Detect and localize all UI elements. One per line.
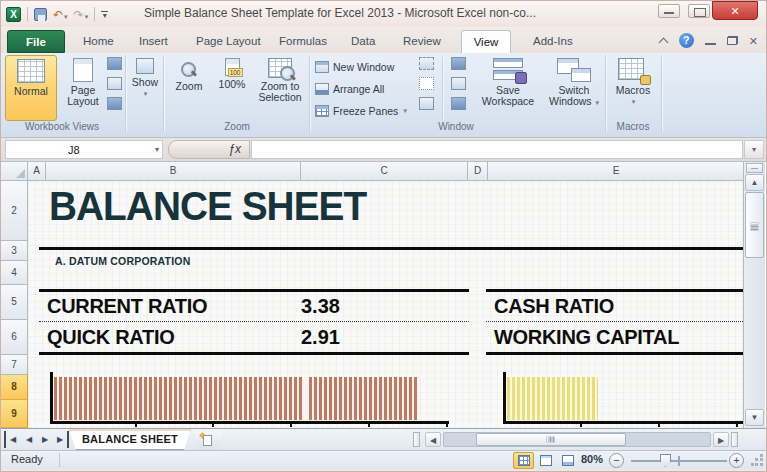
row-header-9[interactable]: 9 [1,400,28,428]
col-header-A[interactable]: A [28,162,46,181]
zoom-in-button[interactable]: + [729,453,744,468]
row-header-3[interactable]: 3 [1,241,28,261]
macros-button[interactable]: Macros ▾ [609,55,657,121]
sheet-tab-balance-sheet[interactable]: BALANCE SHEET [69,429,191,450]
formula-input[interactable] [251,140,743,159]
horizontal-scrollbar[interactable] [443,432,711,447]
zoom-level[interactable]: 80% [581,453,603,465]
tab-view[interactable]: View [461,30,511,53]
name-box-dropdown-icon[interactable]: ▾ [155,141,159,159]
resize-grip[interactable] [751,454,763,466]
row-header-2[interactable]: 2 [1,181,28,241]
help-icon[interactable]: ? [679,33,694,48]
minimize-ribbon-icon[interactable] [660,38,668,43]
save-workspace-button[interactable]: Save Workspace [471,55,545,121]
zoom-out-button[interactable]: − [609,453,624,468]
full-screen-icon[interactable] [107,97,122,110]
workbook-close-icon[interactable]: ✕ [749,35,758,47]
row-header-8[interactable]: 8 [1,375,28,400]
left-chart-bars[interactable] [54,377,418,420]
next-sheet-button[interactable]: ▶ [37,431,53,448]
zoom-slider-thumb[interactable] [660,454,671,467]
arrange-all-button[interactable]: Arrange All [315,79,384,98]
tab-formulas[interactable]: Formulas [269,30,337,53]
row-header-4[interactable]: 4 [1,261,28,285]
right-chart-bars[interactable] [507,377,598,420]
normal-view-status-button[interactable] [513,452,534,469]
row-header-6[interactable]: 6 [1,320,28,355]
insert-function-button[interactable]: ƒx [168,140,250,159]
page-break-preview-icon[interactable] [107,57,122,70]
synchronous-scrolling-icon[interactable] [451,77,466,90]
zoom-100-button[interactable]: 100 100% [213,55,251,121]
tab-add-ins[interactable]: Add-Ins [523,30,583,53]
tab-split-handle[interactable] [413,432,420,447]
select-all-corner[interactable] [1,162,28,181]
new-window-button[interactable]: New Window [315,57,394,76]
vertical-scrollbar[interactable]: — ▲ ▼ [743,162,765,428]
current-ratio-row[interactable]: CURRENT RATIO 3.38 [39,292,469,322]
undo-dropdown-icon[interactable]: ▾ [64,13,68,20]
previous-sheet-button[interactable]: ◀ [21,431,37,448]
split-handle[interactable]: — [746,163,763,173]
minimize-button[interactable] [658,4,680,18]
normal-view-button[interactable]: Normal [5,55,57,121]
col-header-B[interactable]: B [46,162,301,181]
switch-windows-button[interactable]: Switch Windows ▾ [547,55,601,121]
custom-views-icon[interactable] [107,77,122,90]
hide-icon[interactable] [419,77,434,90]
customize-qat-button[interactable]: ▾ [101,11,108,18]
tab-insert[interactable]: Insert [129,30,178,53]
excel-app-icon[interactable]: X [6,7,21,22]
workbook-minimize-icon[interactable] [705,42,716,45]
expand-formula-bar-button[interactable]: ▾ [744,140,764,159]
tab-page-layout[interactable]: Page Layout [186,30,271,53]
split-icon[interactable] [419,57,434,70]
tab-file[interactable]: File [7,30,65,53]
first-sheet-button[interactable]: ◀ [4,431,20,448]
insert-worksheet-tab[interactable] [193,431,223,450]
left-metrics-block: CURRENT RATIO 3.38 QUICK RATIO 2.91 [39,289,469,355]
view-side-by-side-icon[interactable] [451,57,466,70]
close-button[interactable]: ✕ [712,1,758,20]
page-break-preview-status-button[interactable] [557,452,578,469]
redo-dropdown-icon[interactable]: ▾ [85,13,89,20]
page-layout-status-button[interactable] [535,452,556,469]
tab-review[interactable]: Review [393,30,451,53]
freeze-panes-button[interactable]: Freeze Panes▾ [315,101,407,120]
ribbon-right-controls: ? ✕ [660,33,758,48]
page-layout-view-button[interactable]: Page Layout [59,55,107,121]
undo-button[interactable]: ↶▾ [53,5,68,23]
unhide-icon[interactable] [419,97,434,110]
save-icon[interactable] [34,8,47,21]
quick-ratio-row[interactable]: QUICK RATIO 2.91 [39,322,469,352]
scroll-right-button[interactable]: ▶ [713,432,729,447]
working-capital-row[interactable]: WORKING CAPITAL [486,322,745,352]
show-button[interactable]: Show ▾ [128,55,162,121]
vertical-scroll-thumb[interactable] [745,192,764,258]
col-header-E[interactable]: E [488,162,745,181]
redo-button[interactable]: ↷▾ [74,5,89,23]
last-sheet-button[interactable]: ▶ [53,431,69,448]
horizontal-scroll-thumb[interactable] [476,433,626,446]
row-header-7[interactable]: 7 [1,355,28,375]
tab-home[interactable]: Home [73,30,124,53]
scroll-up-button[interactable]: ▲ [745,174,764,191]
qat-separator [94,7,95,21]
tab-data[interactable]: Data [341,30,385,53]
row-header-5[interactable]: 5 [1,285,28,320]
scroll-left-button[interactable]: ◀ [425,432,441,447]
cash-ratio-row[interactable]: CASH RATIO [486,292,745,322]
workbook-restore-icon[interactable] [727,36,738,45]
zoom-button[interactable]: Zoom [167,55,211,121]
window-small-buttons-2 [451,57,466,110]
tab-split-handle-right[interactable] [731,432,738,447]
switch-windows-dropdown-icon: ▾ [596,99,600,106]
scroll-down-button[interactable]: ▼ [745,409,764,426]
reset-window-position-icon[interactable] [451,97,466,110]
col-header-D[interactable]: D [468,162,488,181]
zoom-to-selection-button[interactable]: Zoom to Selection [253,55,307,121]
col-header-C[interactable]: C [301,162,468,181]
maximize-button[interactable] [688,4,710,18]
name-box[interactable]: J8 ▾ [5,140,163,159]
